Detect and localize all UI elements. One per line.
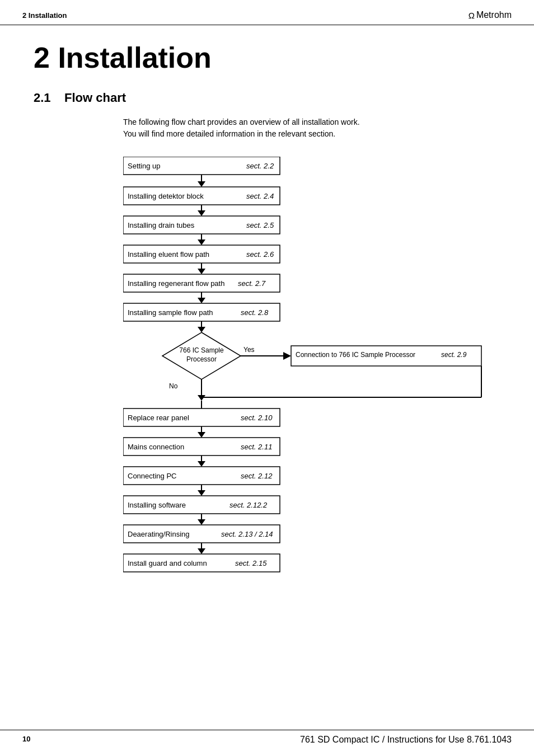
svg-text:sect. 2.13 / 2.14: sect. 2.13 / 2.14 (221, 530, 273, 538)
flowchart-svg: Setting up sect. 2.2 Installing detektor… (123, 157, 493, 644)
svg-text:766 IC Sample: 766 IC Sample (179, 346, 224, 354)
svg-marker-53 (198, 461, 205, 467)
intro-text: The following flow chart provides an ove… (123, 116, 448, 140)
section-title: 2.1 Flow chart (34, 91, 500, 105)
svg-text:sect. 2.9: sect. 2.9 (441, 351, 467, 359)
svg-marker-3 (198, 181, 205, 187)
svg-text:Connection to 766 IC Sample Pr: Connection to 766 IC Sample Processor (296, 351, 415, 359)
node-setting-up-label: Setting up (128, 162, 161, 170)
page: 2 Installation Ω Metrohm 2 Installation … (0, 0, 534, 756)
svg-text:sect. 2.12.2: sect. 2.12.2 (229, 501, 268, 509)
svg-text:Installing sample flow path: Installing sample flow path (128, 308, 213, 317)
svg-text:sect. 2.6: sect. 2.6 (246, 250, 274, 259)
svg-marker-68 (198, 548, 205, 554)
svg-marker-48 (198, 432, 205, 438)
svg-text:sect. 2.11: sect. 2.11 (241, 443, 272, 451)
svg-marker-18 (198, 269, 205, 274)
doc-info: 761 SD Compact IC / Instructions for Use… (300, 735, 512, 745)
svg-marker-13 (198, 240, 205, 245)
svg-text:No: No (169, 382, 178, 390)
svg-marker-28 (198, 327, 205, 332)
svg-text:Installing software: Installing software (128, 501, 186, 509)
chapter-title: 2 Installation (34, 42, 500, 74)
svg-text:Processor: Processor (186, 355, 217, 363)
svg-text:Install guard and column: Install guard and column (128, 559, 207, 567)
page-number: 10 (22, 735, 30, 745)
svg-text:sect. 2.10: sect. 2.10 (241, 414, 273, 422)
svg-marker-23 (198, 298, 205, 303)
svg-marker-58 (198, 490, 205, 496)
svg-text:sect. 2.4: sect. 2.4 (246, 192, 274, 200)
svg-text:sect. 2.5: sect. 2.5 (246, 221, 274, 229)
metrohm-logo: Ω Metrohm (469, 10, 512, 20)
header-chapter: 2 Installation (22, 11, 67, 20)
svg-text:Deaerating/Rinsing: Deaerating/Rinsing (128, 530, 190, 538)
svg-text:sect. 2.12: sect. 2.12 (241, 472, 273, 480)
flowchart: Setting up sect. 2.2 Installing detektor… (123, 157, 493, 644)
svg-text:sect. 2.8: sect. 2.8 (241, 308, 269, 317)
svg-text:Installing regenerant flow pat: Installing regenerant flow path (128, 279, 224, 288)
svg-marker-63 (198, 519, 205, 525)
main-content: 2 Installation 2.1 Flow chart The follow… (0, 25, 534, 666)
svg-marker-33 (283, 352, 291, 360)
page-footer: 10 761 SD Compact IC / Instructions for … (0, 730, 534, 745)
svg-text:Installing drain tubes: Installing drain tubes (128, 221, 195, 229)
svg-text:Mains connection: Mains connection (128, 443, 184, 451)
svg-text:Installing eluent flow path: Installing eluent flow path (128, 250, 209, 259)
svg-text:sect. 2.7: sect. 2.7 (238, 279, 266, 288)
svg-text:sect. 2.15: sect. 2.15 (235, 559, 267, 567)
svg-text:Connecting PC: Connecting PC (128, 472, 176, 480)
page-header: 2 Installation Ω Metrohm (0, 0, 534, 25)
omega-icon: Ω (469, 11, 475, 20)
svg-text:sect. 2.2: sect. 2.2 (246, 162, 274, 170)
brand-name: Metrohm (476, 10, 512, 20)
svg-text:Yes: Yes (243, 346, 255, 354)
svg-marker-8 (198, 210, 205, 216)
svg-text:Replace rear panel: Replace rear panel (128, 414, 189, 422)
svg-text:Installing detektor block: Installing detektor block (128, 192, 204, 200)
